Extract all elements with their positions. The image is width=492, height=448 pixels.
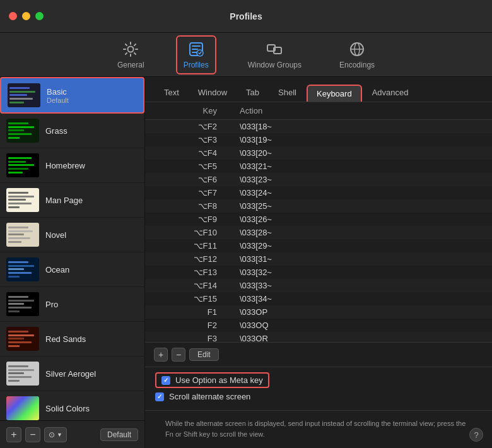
profile-thumb-ocean (6, 257, 39, 281)
tab-tab[interactable]: Tab (237, 85, 268, 102)
tab-advanced[interactable]: Advanced (363, 85, 418, 102)
toolbar-item-general[interactable]: General (111, 37, 151, 73)
action-cell: \033[23~ (227, 173, 492, 186)
table-row[interactable]: ⌥F15 \033[34~ (145, 292, 492, 305)
more-options-button[interactable]: ⊙ ▼ (44, 427, 67, 442)
table-row[interactable]: ⌥F6 \033[23~ (145, 173, 492, 186)
profile-item-solidcolors[interactable]: Solid Colors (0, 391, 144, 420)
table-row[interactable]: ⌥F9 \033[26~ (145, 213, 492, 226)
tab-keyboard[interactable]: Keyboard (307, 85, 362, 102)
table-row[interactable]: ⌥F5 \033[21~ (145, 160, 492, 173)
key-cell: ⌥F13 (145, 266, 227, 279)
toolbar-profiles-label: Profiles (184, 61, 209, 69)
right-panel: Text Window Tab Shell Keyboard Advanced … (145, 77, 492, 448)
table-row[interactable]: F1 \033OP (145, 305, 492, 319)
profile-info-novel: Novel (45, 230, 66, 240)
edit-key-button[interactable]: Edit (189, 348, 219, 361)
encodings-icon (348, 40, 366, 58)
key-cell: ⌥F9 (145, 213, 227, 226)
profile-thumb-manpage (6, 188, 39, 212)
col-header-key: Key (145, 102, 227, 120)
profile-info-redsands: Red Sands (45, 334, 86, 344)
key-cell: ⌥F5 (145, 160, 227, 173)
minimize-button[interactable] (22, 12, 30, 20)
action-cell: \033[18~ (227, 120, 492, 134)
action-cell: \033[25~ (227, 199, 492, 213)
profile-info-solidcolors: Solid Colors (45, 404, 90, 413)
table-row[interactable]: ⌥F11 \033[29~ (145, 239, 492, 252)
table-row[interactable]: ⌥F14 \033[33~ (145, 279, 492, 292)
remove-profile-button[interactable]: − (25, 427, 40, 442)
toolbar-item-window-groups[interactable]: Window Groups (242, 37, 308, 73)
close-button[interactable] (9, 12, 17, 20)
profile-name-ocean: Ocean (45, 265, 69, 274)
table-row[interactable]: ⌥F10 \033[28~ (145, 226, 492, 239)
profile-list: Basic Default Grass (0, 77, 144, 420)
key-table-wrapper: Key Action ⌥F2 \033[18~ ⌥F3 \033[19~ ⌥F4… (145, 102, 492, 342)
tab-shell[interactable]: Shell (269, 85, 305, 102)
action-cell: \033[26~ (227, 213, 492, 226)
tab-window[interactable]: Window (189, 85, 236, 102)
table-row[interactable]: ⌥F13 \033[32~ (145, 266, 492, 279)
profile-name-basic: Basic (47, 87, 69, 97)
profile-name-silveraerogel: Silver Aerogel (45, 369, 96, 379)
profile-info-pro: Pro (45, 300, 58, 309)
key-cell: ⌥F14 (145, 279, 227, 292)
key-table: Key Action ⌥F2 \033[18~ ⌥F3 \033[19~ ⌥F4… (145, 102, 492, 342)
profile-thumb-novel (6, 223, 39, 247)
profile-item-redsands[interactable]: Red Sands (0, 322, 144, 357)
use-option-meta-label: Use Option as Meta key (175, 375, 263, 385)
tab-text[interactable]: Text (155, 85, 188, 102)
table-row[interactable]: ⌥F12 \033[31~ (145, 252, 492, 266)
svg-point-0 (128, 46, 134, 52)
profile-name-manpage: Man Page (45, 196, 83, 205)
toolbar-item-encodings[interactable]: Encodings (333, 37, 381, 73)
action-cell: \033[32~ (227, 266, 492, 279)
profile-thumb-basic (8, 83, 40, 107)
action-cell: \033[33~ (227, 279, 492, 292)
profile-thumb-redsands (6, 327, 39, 351)
profile-item-ocean[interactable]: Ocean (0, 252, 144, 287)
profile-item-pro[interactable]: Pro (0, 287, 144, 322)
action-cell: \033OQ (227, 319, 492, 332)
table-row[interactable]: ⌥F7 \033[24~ (145, 186, 492, 199)
gear-icon (122, 40, 139, 58)
more-options-icon: ⊙ (49, 430, 55, 439)
scroll-alternate-row: Scroll alternate screen (155, 392, 482, 401)
table-row[interactable]: ⌥F8 \033[25~ (145, 199, 492, 213)
toolbar-item-profiles[interactable]: Profiles (176, 35, 216, 74)
table-row[interactable]: ⌥F3 \033[19~ (145, 133, 492, 146)
set-default-button[interactable]: Default (100, 428, 138, 441)
chevron-down-icon: ▼ (57, 432, 62, 438)
remove-key-button[interactable]: − (172, 348, 185, 362)
toolbar-encodings-label: Encodings (339, 61, 375, 69)
profile-item-novel[interactable]: Novel (0, 218, 144, 252)
profile-item-homebrew[interactable]: Homebrew (0, 148, 144, 183)
key-cell: ⌥F6 (145, 173, 227, 186)
add-key-button[interactable]: + (154, 348, 168, 362)
profile-thumb-silveraerogel (6, 362, 39, 386)
profile-item-manpage[interactable]: Man Page (0, 183, 144, 218)
profile-item-silveraerogel[interactable]: Silver Aerogel (0, 357, 144, 391)
scroll-alternate-label: Scroll alternate screen (169, 392, 250, 401)
table-row[interactable]: ⌥F4 \033[20~ (145, 146, 492, 160)
profile-item-basic[interactable]: Basic Default (0, 77, 144, 114)
use-option-meta-checkbox[interactable] (161, 376, 170, 385)
profile-item-grass[interactable]: Grass (0, 114, 144, 148)
table-row[interactable]: ⌥F2 \033[18~ (145, 120, 492, 134)
profile-info-ocean: Ocean (45, 265, 69, 274)
action-cell: \033[28~ (227, 226, 492, 239)
table-row[interactable]: F3 \033OR (145, 332, 492, 342)
scroll-alternate-checkbox[interactable] (155, 392, 164, 401)
profile-name-grass: Grass (45, 126, 67, 136)
help-button[interactable]: ? (469, 428, 483, 442)
profile-info-homebrew: Homebrew (45, 161, 85, 170)
table-row[interactable]: F2 \033OQ (145, 319, 492, 332)
maximize-button[interactable] (35, 12, 44, 20)
key-cell: F1 (145, 305, 227, 319)
sidebar-bottom: + − ⊙ ▼ Default (0, 420, 144, 448)
add-profile-button[interactable]: + (6, 427, 21, 442)
key-cell: ⌥F3 (145, 133, 227, 146)
profile-icon (187, 40, 205, 58)
action-cell: \033[31~ (227, 252, 492, 266)
